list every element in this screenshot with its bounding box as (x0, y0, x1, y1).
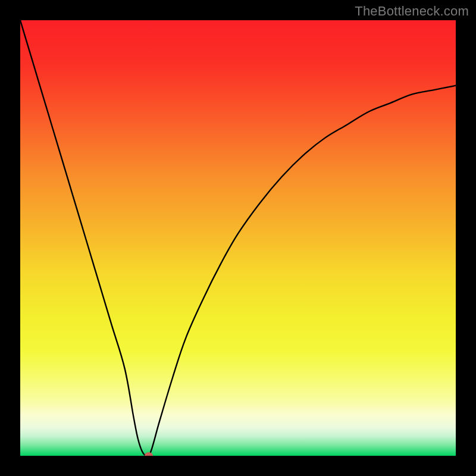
minimum-marker (145, 452, 153, 456)
bottleneck-curve (20, 20, 456, 456)
watermark-label: TheBottleneck.com (355, 4, 469, 19)
chart-frame: TheBottleneck.com (0, 0, 476, 476)
plot-area (20, 20, 456, 456)
